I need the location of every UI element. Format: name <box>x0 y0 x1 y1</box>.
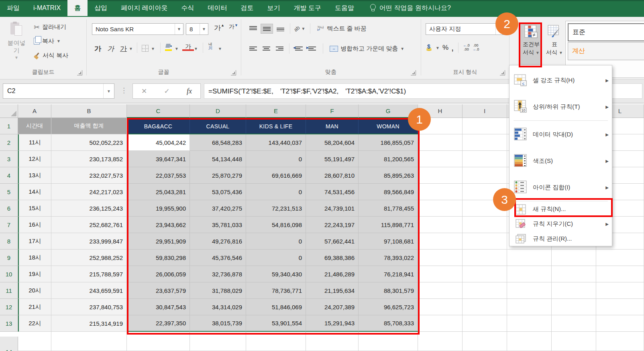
cell-B12[interactable]: 237,840,753 <box>51 299 127 315</box>
cell-B1[interactable]: 매출액 합계 <box>51 118 127 134</box>
ribbon-tab-4[interactable]: 페이지 레이아웃 <box>114 0 174 16</box>
ribbon-tab-3[interactable]: 삽입 <box>88 0 114 16</box>
cell-empty[interactable] <box>463 134 507 151</box>
cell-empty[interactable] <box>507 299 552 315</box>
bold-button[interactable]: 가 <box>92 43 104 54</box>
cell-E7[interactable]: 54,816,098 <box>246 217 306 233</box>
font-color-button[interactable]: 가 <box>183 43 194 51</box>
cell-empty[interactable] <box>507 332 552 351</box>
cell-A6[interactable]: 15시 <box>18 200 51 217</box>
copy-dropdown-arrow[interactable]: ▼ <box>57 39 61 43</box>
row-header-3[interactable]: 3 <box>0 151 18 167</box>
menu-item-5[interactable]: 새 규칙(N)... <box>509 202 612 217</box>
cell-E1[interactable]: KIDS & LIFE <box>246 118 306 134</box>
underline-dropdown-arrow[interactable]: ▼ <box>129 47 133 51</box>
cell-empty[interactable] <box>463 315 507 332</box>
insert-function-icon[interactable]: fx <box>187 87 192 95</box>
font-name-combo-arrow[interactable]: ▼ <box>175 24 183 34</box>
number-dialog-launcher-icon[interactable] <box>500 70 505 75</box>
align-right-button[interactable] <box>274 44 285 53</box>
menu-item-0[interactable]: ≤셀 강조 규칙(H)▶ <box>509 67 612 93</box>
font-size-combo-arrow[interactable]: ▼ <box>200 24 208 34</box>
cell-empty[interactable] <box>596 266 644 282</box>
cell-empty[interactable] <box>463 282 507 299</box>
cell-C9[interactable]: 59,830,298 <box>127 250 190 266</box>
cell-G4[interactable]: 85,895,263 <box>359 167 418 184</box>
cell-B8[interactable]: 233,999,847 <box>51 233 127 250</box>
merge-center-dropdown-arrow[interactable]: ▼ <box>400 47 404 51</box>
cell-empty[interactable] <box>418 151 463 167</box>
font-size-combo[interactable]: 8 ▼ <box>186 23 208 35</box>
cell-F3[interactable]: 55,191,497 <box>306 151 359 167</box>
cell-empty[interactable] <box>418 167 463 184</box>
menu-item-2[interactable]: 데이터 막대(D)▶ <box>509 121 612 148</box>
shrink-font-button[interactable]: 가▼ <box>226 22 240 31</box>
cell-C2[interactable]: 45,004,242 <box>127 134 190 151</box>
row-header-6[interactable]: 6 <box>0 200 18 217</box>
cell-G10[interactable]: 76,218,941 <box>359 266 418 282</box>
ribbon-tab-6[interactable]: 데이터 <box>201 0 234 16</box>
formula-bar-drag-handle[interactable]: ⋮ <box>120 86 127 95</box>
cell-C11[interactable]: 23,637,579 <box>127 282 190 299</box>
font-color-dropdown-arrow[interactable]: ▼ <box>194 47 198 51</box>
cell-style-normal[interactable]: 표준 <box>568 23 644 41</box>
ribbon-tab-0[interactable]: 파일 <box>0 0 26 16</box>
cell-B7[interactable]: 252,682,761 <box>51 217 127 233</box>
cell-D6[interactable]: 37,420,275 <box>190 200 246 217</box>
underline-button[interactable]: 가 <box>118 43 129 54</box>
cell-B11[interactable]: 243,659,591 <box>51 282 127 299</box>
font-name-combo[interactable]: Noto Sans KR ▼ <box>92 23 183 35</box>
ribbon-tab-1[interactable]: i-MATRIX <box>26 0 67 16</box>
cell-D11[interactable]: 31,788,029 <box>190 282 246 299</box>
cell-empty[interactable] <box>463 151 507 167</box>
cell-empty[interactable] <box>18 332 51 351</box>
align-middle-button[interactable] <box>261 24 273 34</box>
cell-G5[interactable]: 89,566,849 <box>359 184 418 200</box>
cell-G7[interactable]: 115,898,771 <box>359 217 418 233</box>
cell-A1[interactable]: 시간대 <box>18 118 51 134</box>
cell-empty[interactable] <box>463 217 507 233</box>
phonetic-guide-button[interactable]: 내川 <box>208 43 212 50</box>
grow-font-button[interactable]: 가▲ <box>212 22 227 33</box>
cell-A7[interactable]: 16시 <box>18 217 51 233</box>
cell-empty[interactable] <box>418 266 463 282</box>
phonetic-dropdown-arrow[interactable]: ▼ <box>218 47 222 51</box>
font-dialog-launcher-icon[interactable] <box>231 70 236 75</box>
cell-G9[interactable]: 78,393,022 <box>359 250 418 266</box>
cell-empty[interactable] <box>552 332 596 351</box>
cell-A10[interactable]: 19시 <box>18 266 51 282</box>
cell-D2[interactable]: 68,548,283 <box>190 134 246 151</box>
fill-color-button[interactable] <box>165 44 172 51</box>
cell-empty[interactable] <box>51 332 127 351</box>
cell-E9[interactable]: 0 <box>246 250 306 266</box>
cell-style-calculation[interactable]: 계산 <box>568 42 644 60</box>
borders-dropdown-arrow[interactable]: ▼ <box>151 47 155 51</box>
cell-D7[interactable]: 35,781,033 <box>190 217 246 233</box>
cell-D9[interactable]: 45,376,546 <box>190 250 246 266</box>
row-header-9[interactable]: 9 <box>0 250 18 266</box>
cell-G2[interactable]: 186,855,057 <box>359 134 418 151</box>
cell-A8[interactable]: 17시 <box>18 233 51 250</box>
col-header-A[interactable]: A <box>18 104 51 118</box>
cell-empty[interactable] <box>507 315 552 332</box>
cell-E6[interactable]: 72,231,513 <box>246 200 306 217</box>
comma-style-button[interactable]: , <box>451 45 454 50</box>
cell-empty[interactable] <box>507 282 552 299</box>
row-header-11[interactable]: 11 <box>0 282 18 299</box>
cell-empty[interactable] <box>463 266 507 282</box>
cell-C3[interactable]: 39,647,341 <box>127 151 190 167</box>
cell-empty[interactable] <box>418 315 463 332</box>
row-header-10[interactable]: 10 <box>0 266 18 282</box>
accounting-format-button[interactable]: $ <box>426 45 433 51</box>
cell-empty[interactable] <box>418 134 463 151</box>
row-header-14[interactable]: 14 <box>0 337 18 351</box>
cell-empty[interactable] <box>552 282 596 299</box>
cell-F7[interactable]: 22,243,197 <box>306 217 359 233</box>
cell-E11[interactable]: 78,736,771 <box>246 282 306 299</box>
cell-B9[interactable]: 252,988,252 <box>51 250 127 266</box>
increase-indent-button[interactable]: ► <box>306 44 318 53</box>
cell-empty[interactable] <box>190 332 246 351</box>
menu-item-3[interactable]: 색조(S)▶ <box>509 148 612 174</box>
name-box[interactable]: C2 ▼ <box>3 83 114 99</box>
cell-empty[interactable] <box>418 250 463 266</box>
